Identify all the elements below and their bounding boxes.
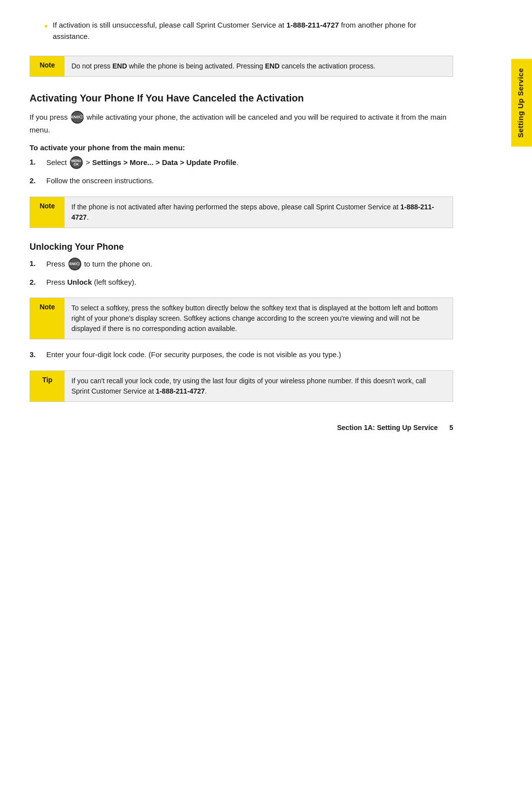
- note-content-3: To select a softkey, press the softkey b…: [65, 298, 453, 339]
- note-label-3: Note: [30, 298, 65, 339]
- section2-heading: Unlocking Your Phone: [30, 242, 453, 252]
- step-3-content: Enter your four-digit lock code. (For se…: [46, 349, 453, 361]
- note-box-3: Note To select a softkey, press the soft…: [30, 298, 453, 339]
- unlock-step-2-content: Press Unlock (left softkey).: [46, 277, 453, 288]
- note-box-1: Note Do not press END while the phone is…: [30, 56, 453, 77]
- bullet-text-1: If activation is still unsuccessful, ple…: [53, 20, 453, 42]
- unlock-step-1: 1. Press ENDⓘ to turn the phone on.: [30, 258, 453, 271]
- menu-ok-icon: MENUOK: [70, 156, 83, 169]
- sub-instruction: To activate your phone from the main men…: [30, 143, 453, 152]
- step-1-number: 1.: [30, 157, 40, 168]
- note-box-2: Note If the phone is not activated after…: [30, 197, 453, 228]
- footer-section: Section 1A: Setting Up Service: [337, 424, 438, 432]
- step-2-number: 2.: [30, 175, 40, 187]
- note-content-1: Do not press END while the phone is bein…: [65, 56, 453, 76]
- step-list-2: 1. Press ENDⓘ to turn the phone on. 2. P…: [30, 258, 453, 288]
- tip-label: Tip: [30, 371, 65, 401]
- note-label-2: Note: [30, 197, 65, 228]
- section1-body: If you press ENDⓘ while activating your …: [30, 111, 453, 135]
- note-content-2: If the phone is not activated after havi…: [65, 197, 453, 228]
- step-3-item: 3. Enter your four-digit lock code. (For…: [30, 349, 453, 361]
- step-2-content: Follow the onscreen instructions.: [46, 175, 453, 187]
- page-footer: Section 1A: Setting Up Service 5: [337, 424, 453, 432]
- section1-heading: Activating Your Phone If You Have Cancel…: [30, 92, 453, 104]
- bullet-section: • If activation is still unsuccessful, p…: [30, 20, 453, 42]
- step-3-number: 3.: [30, 349, 40, 361]
- step-1-content: Select MENUOK > Settings > More... > Dat…: [46, 157, 453, 169]
- end-icon-1: ENDⓘ: [71, 111, 84, 124]
- unlock-step-1-content: Press ENDⓘ to turn the phone on.: [46, 258, 453, 271]
- step-1-item: 1. Select MENUOK > Settings > More... > …: [30, 157, 453, 169]
- note-label-1: Note: [30, 56, 65, 76]
- side-tab-label: Setting Up Service: [516, 68, 525, 138]
- tip-box: Tip If you can't recall your lock code, …: [30, 370, 453, 402]
- step-list-3: 3. Enter your four-digit lock code. (For…: [30, 349, 453, 361]
- footer-page: 5: [449, 424, 453, 432]
- bullet-dot: •: [44, 19, 48, 33]
- unlock-step-2-number: 2.: [30, 277, 40, 288]
- side-tab: Setting Up Service: [511, 59, 532, 147]
- page-container: • If activation is still unsuccessful, p…: [0, 0, 483, 451]
- tip-content: If you can't recall your lock code, try …: [65, 371, 453, 401]
- step-2-item: 2. Follow the onscreen instructions.: [30, 175, 453, 187]
- bullet-item-1: • If activation is still unsuccessful, p…: [44, 20, 453, 42]
- unlock-step-2: 2. Press Unlock (left softkey).: [30, 277, 453, 288]
- unlock-step-1-number: 1.: [30, 258, 40, 269]
- end-icon-2: ENDⓘ: [68, 258, 81, 270]
- step-list-1: 1. Select MENUOK > Settings > More... > …: [30, 157, 453, 187]
